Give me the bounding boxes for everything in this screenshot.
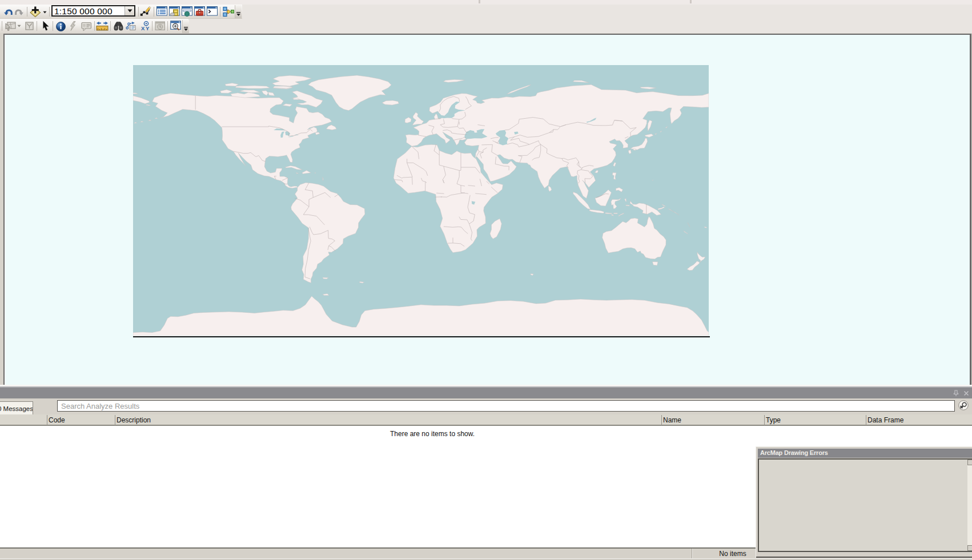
svg-text:Y: Y — [146, 25, 150, 31]
svg-text:X: X — [141, 25, 145, 31]
